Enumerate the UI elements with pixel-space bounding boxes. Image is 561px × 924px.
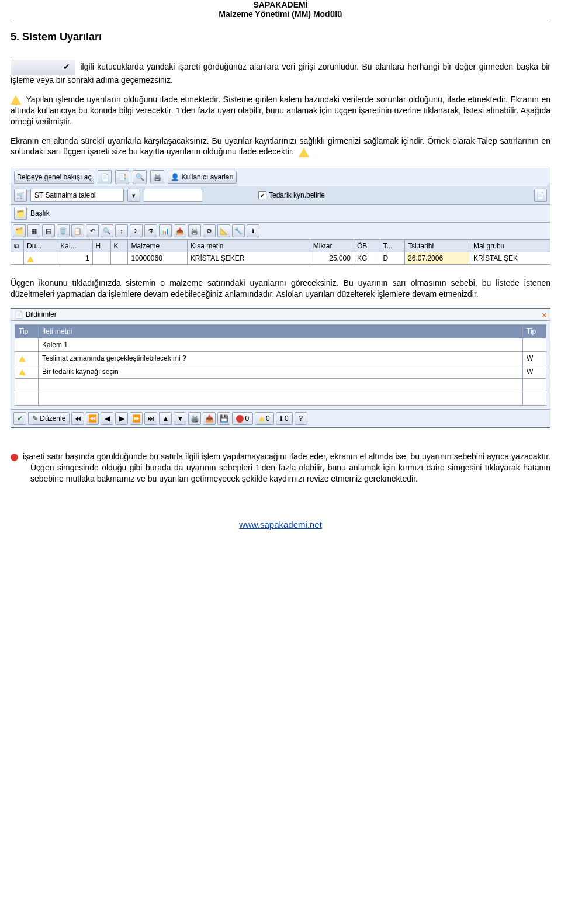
help-icon[interactable]: ? — [295, 412, 307, 425]
col-malgrubu[interactable]: Mal grubu — [470, 240, 550, 252]
cell-grup[interactable]: KRİSTAL ŞEK — [470, 252, 550, 265]
chart-icon[interactable]: 📊 — [159, 224, 172, 237]
toolbar-icon-2[interactable]: 📑 — [115, 170, 129, 184]
messages-table: Tip İleti metni Tip Kalem 1 — [15, 324, 546, 406]
prev-page-icon[interactable]: ⏪ — [86, 412, 99, 425]
close-icon[interactable]: ⨉ — [542, 310, 546, 319]
first-page-icon[interactable]: ⏮ — [71, 412, 84, 425]
sort-desc-icon[interactable]: ▼ — [174, 412, 186, 425]
user-settings-button[interactable]: 👤 Kullanıcı ayarları — [168, 171, 236, 184]
doc-type-value: ST Satınalma talebi — [34, 191, 96, 199]
open-document-overview-label: Belgeye genel bakışı aç — [17, 173, 91, 181]
table-row[interactable]: 1 10000060 KRİSTAL ŞEKER 25.000 KG D 26.… — [11, 252, 550, 265]
edit-button[interactable]: ✎ Düzenle — [28, 412, 70, 425]
copy-icon[interactable]: 📋 — [71, 224, 84, 237]
message-row[interactable]: Bir tedarik kaynağı seçin W — [15, 365, 546, 379]
para5-text: işareti satır başında görüldüğünde bu sa… — [23, 452, 550, 483]
layout-save-icon[interactable]: 💾 — [217, 412, 230, 425]
tools-icon[interactable]: 🔧 — [232, 224, 245, 237]
export-icon[interactable]: 📤 — [174, 224, 186, 237]
page-header: SAPAKADEMİ Malzeme Yönetimi (MM) Modülü — [11, 0, 550, 20]
layout-icon[interactable]: 📐 — [217, 224, 230, 237]
print-icon[interactable]: 🖨️ — [188, 412, 201, 425]
settings-icon[interactable]: ⚙ — [203, 224, 216, 237]
col-kisa[interactable]: Kısa metin — [187, 240, 310, 252]
next-page-icon[interactable]: ⏩ — [130, 412, 143, 425]
next-icon[interactable]: ▶ — [115, 412, 128, 425]
msg-text: Kalem 1 — [39, 338, 523, 352]
cell-ob[interactable]: KG — [354, 252, 380, 265]
open-document-overview-button[interactable]: Belgeye genel bakışı aç — [14, 171, 94, 184]
undo-icon[interactable]: ↶ — [86, 224, 99, 237]
cell-h[interactable] — [92, 252, 110, 265]
footer-link[interactable]: www.sapakademi.net — [11, 520, 550, 530]
col-du[interactable]: Du... — [24, 240, 57, 252]
filter-icon[interactable]: ⚗ — [144, 224, 157, 237]
message-row[interactable]: Teslimat zamanında gerçekleştirilebilece… — [15, 352, 546, 365]
dialog-footer: ✔ ✎ Düzenle ⏮ ⏪ ◀ ▶ ⏩ ⏭ ▲ ▼ 🖨️ 📤 💾 0 0 ℹ… — [11, 409, 550, 427]
row-select[interactable] — [11, 252, 24, 265]
sort-asc-icon[interactable]: ▲ — [159, 412, 172, 425]
dropdown-icon[interactable]: ▾ — [127, 189, 140, 202]
dialog-title-text: Bildirimler — [26, 310, 57, 319]
warning-triangle-icon — [19, 369, 26, 375]
find-icon[interactable]: 🔍 — [101, 224, 113, 237]
msg-tip2: W — [523, 352, 546, 365]
col-ileti: İleti metni — [39, 325, 523, 338]
select-all-icon[interactable]: ▦ — [27, 224, 40, 237]
expand-icon[interactable]: 🗂️ — [13, 224, 26, 237]
page-icon[interactable]: 📄 — [534, 189, 547, 202]
cell-kisa[interactable]: KRİSTAL ŞEKER — [187, 252, 310, 265]
tedarik-checkbox-group[interactable]: ✔ Tedarik kyn.belirle — [258, 191, 325, 199]
collapse-icon[interactable]: 🗂️ — [14, 207, 27, 220]
prev-icon[interactable]: ◀ — [101, 412, 113, 425]
info-count[interactable]: ℹ 0 — [276, 412, 293, 425]
sap-header-row: 🛒 ST Satınalma talebi ▾ ✔ Tedarik kyn.be… — [11, 186, 550, 205]
col-k[interactable]: K — [110, 240, 128, 252]
cell-malzeme[interactable]: 10000060 — [128, 252, 187, 265]
edit-label: Düzenle — [40, 414, 65, 423]
tedarik-checkbox[interactable]: ✔ — [258, 191, 266, 199]
last-page-icon[interactable]: ⏭ — [144, 412, 157, 425]
notifications-dialog: 📄 Bildirimler ⨉ Tip İleti metni Tip — [11, 308, 550, 428]
header-title: SAPAKADEMİ — [11, 0, 550, 9]
print-icon[interactable]: 🖨️ — [188, 224, 201, 237]
warn-count[interactable]: 0 — [255, 412, 274, 425]
cell-t[interactable]: D — [380, 252, 405, 265]
toolbar-icon-1[interactable]: 📄 — [98, 170, 112, 184]
col-ob[interactable]: ÖB — [354, 240, 380, 252]
doc-type-field[interactable]: ST Satınalma talebi — [30, 189, 124, 202]
select-block-icon[interactable]: ▤ — [42, 224, 55, 237]
basket-icon[interactable]: 🛒 — [14, 189, 27, 202]
col-h[interactable]: H — [92, 240, 110, 252]
info-icon[interactable]: ℹ — [247, 224, 259, 237]
delete-icon[interactable]: 🗑️ — [57, 224, 70, 237]
tedarik-label: Tedarik kyn.belirle — [269, 191, 325, 199]
toolbar-icon-3[interactable]: 🔍 — [133, 170, 147, 184]
row-warning-icon[interactable] — [27, 256, 34, 262]
col-miktar[interactable]: Miktar — [310, 240, 354, 252]
accept-button[interactable]: ✔ — [13, 412, 26, 425]
stop-count[interactable]: 0 — [232, 412, 253, 425]
export-icon[interactable]: 📤 — [203, 412, 216, 425]
cell-miktar[interactable]: 25.000 — [310, 252, 354, 265]
message-row[interactable]: Kalem 1 — [15, 338, 546, 352]
msg-tip2 — [523, 338, 546, 352]
dialog-title-icon: 📄 — [15, 310, 23, 319]
warning-triangle-icon — [19, 356, 26, 362]
col-tip2: Tip — [523, 325, 546, 338]
msg-tip2: W — [523, 365, 546, 379]
cell-tarih[interactable]: 26.07.2006 — [405, 252, 470, 265]
sap-toolbar: Belgeye genel bakışı aç 📄 📑 🔍 🖨️ 👤 Kulla… — [11, 168, 550, 186]
toolbar-icon-4[interactable]: 🖨️ — [150, 170, 164, 184]
sum-icon[interactable]: Σ — [130, 224, 143, 237]
sort-icon[interactable]: ↕ — [115, 224, 128, 237]
cell-k[interactable] — [110, 252, 128, 265]
col-t[interactable]: T... — [380, 240, 405, 252]
doc-number-field[interactable] — [144, 189, 202, 202]
col-selector[interactable]: ⧉ — [11, 240, 24, 252]
col-tsltarihi[interactable]: Tsl.tarihi — [405, 240, 470, 252]
required-check-icon — [11, 60, 75, 75]
col-kal[interactable]: Kal... — [57, 240, 92, 252]
col-malzeme[interactable]: Malzeme — [128, 240, 187, 252]
